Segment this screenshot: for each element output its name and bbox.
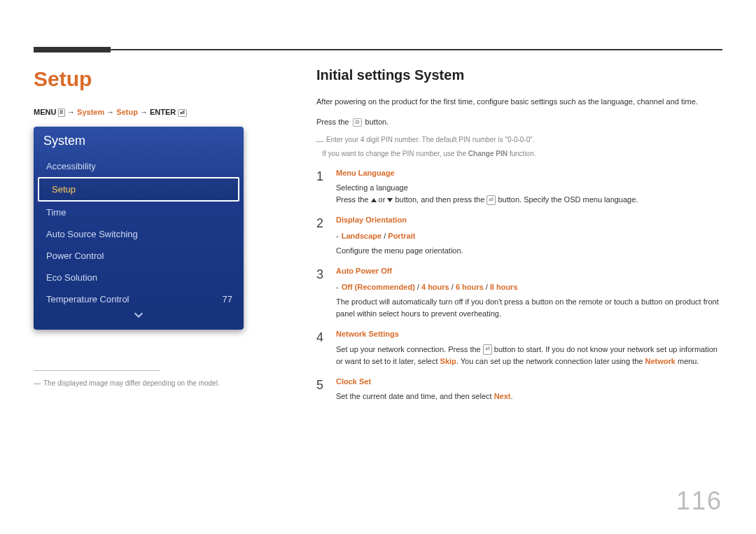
pin-note: ―Enter your 4 digit PIN number. The defa… — [316, 136, 722, 147]
menu-item-label: Temperature Control — [46, 294, 130, 304]
menu-item-temp[interactable]: Temperature Control77 — [34, 288, 244, 310]
opt: Off (Recommended) — [342, 283, 415, 291]
step-title: Clock Set — [336, 376, 722, 388]
step-body: Auto Power Off -Off (Recommended) / 4 ho… — [336, 265, 722, 320]
text: button. — [363, 118, 389, 126]
divider — [34, 370, 160, 371]
menu-item-label: Power Control — [46, 251, 104, 261]
opt: Portrait — [388, 232, 415, 240]
step-1: 1 Menu Language Selecting a language Pre… — [316, 167, 722, 206]
step-number: 2 — [316, 214, 332, 257]
menu-item-accessibility[interactable]: Accessibility — [34, 155, 244, 177]
manual-page: Setup MENU Ⅲ → System → Setup → ENTER ⏎ … — [0, 0, 756, 534]
step-title: Display Orientation — [336, 214, 722, 226]
t: or — [377, 195, 388, 204]
arrow: → — [67, 108, 77, 116]
menu-item-label: Eco Solution — [46, 272, 97, 283]
step-title: Network Settings — [336, 328, 722, 340]
opt: 4 hours — [421, 283, 449, 291]
t: button, and then press the — [393, 195, 486, 204]
footnote-text: The displayed image may differ depending… — [43, 379, 220, 387]
step-title: Auto Power Off — [336, 265, 722, 277]
menu-icon: Ⅲ — [58, 108, 65, 117]
header-rule — [34, 49, 722, 50]
footnote: ―The displayed image may differ dependin… — [34, 379, 244, 387]
menu-item-label: Time — [46, 207, 66, 218]
sep: / — [484, 283, 490, 291]
t: button. Specify the OSD menu language. — [496, 195, 638, 204]
left-column: Setup MENU Ⅲ → System → Setup → ENTER ⏎ … — [34, 67, 244, 387]
page-number: 116 — [676, 486, 722, 516]
next-label: Next — [494, 392, 511, 400]
network-label: Network — [645, 357, 676, 365]
breadcrumb-system: System — [77, 108, 104, 116]
breadcrumb-menu: MENU — [34, 108, 56, 116]
chevron-down-icon[interactable] — [34, 310, 244, 324]
enter-icon: ⏎ — [483, 344, 492, 354]
menu-item-value: 77 — [223, 294, 232, 304]
menu-item-auto-source[interactable]: Auto Source Switching — [34, 223, 244, 245]
step-5: 5 Clock Set Set the current date and tim… — [316, 376, 722, 402]
menu-item-label: Auto Source Switching — [46, 229, 138, 239]
menu-item-setup[interactable]: Setup — [38, 177, 239, 202]
text: Set up your network connection. Press th… — [336, 344, 722, 367]
pin-note-change: If you want to change the PIN number, us… — [316, 150, 722, 157]
step-3: 3 Auto Power Off -Off (Recommended) / 4 … — [316, 265, 722, 320]
sep: / — [382, 232, 388, 240]
sep: / — [449, 283, 456, 291]
steps-list: 1 Menu Language Selecting a language Pre… — [316, 167, 722, 402]
menu-item-time[interactable]: Time — [34, 202, 244, 223]
step-title: Menu Language — [336, 167, 722, 179]
opt: 6 hours — [456, 283, 484, 291]
menu-header: System — [34, 127, 244, 155]
menu-item-label: Setup — [52, 184, 76, 195]
text: If you want to change the PIN number, us… — [322, 150, 468, 157]
menu-item-label: Accessibility — [46, 161, 96, 171]
t: Set up your network connection. Press th… — [336, 345, 483, 353]
step-number: 5 — [316, 376, 332, 402]
enter-icon: ⏎ — [178, 109, 187, 117]
step-4: 4 Network Settings Set up your network c… — [316, 328, 722, 367]
text: Enter your 4 digit PIN number. The defau… — [326, 136, 535, 143]
menu-item-eco[interactable]: Eco Solution — [34, 267, 244, 288]
step-body: Network Settings Set up your network con… — [336, 328, 722, 367]
arrow: → — [138, 108, 150, 116]
intro-press: Press the ⊙ button. — [316, 116, 722, 128]
text: Set the current date and time, and then … — [336, 391, 722, 402]
options: -Off (Recommended) / 4 hours / 6 hours /… — [336, 281, 722, 293]
section-title: Setup — [34, 67, 244, 91]
change-pin-label: Change PIN — [468, 150, 507, 157]
text: The product will automatically turn off … — [336, 296, 722, 320]
step-number: 3 — [316, 265, 332, 320]
step-body: Display Orientation -Landscape / Portrai… — [336, 214, 722, 257]
t: menu. — [676, 357, 699, 365]
power-icon: ⊙ — [353, 118, 362, 127]
intro-text: After powering on the product for the fi… — [316, 96, 722, 108]
text: Configure the menu page orientation. — [336, 245, 722, 257]
menu-item-power-control[interactable]: Power Control — [34, 245, 244, 267]
t: Press the — [336, 195, 371, 204]
text: Press the or button, and then press the … — [336, 194, 722, 206]
text: function. — [507, 150, 536, 157]
t: Set the current date and time, and then … — [336, 392, 494, 400]
options: -Landscape / Portrait — [336, 230, 722, 242]
t: . You can set up the network connection … — [456, 357, 645, 365]
sep: / — [415, 283, 421, 291]
opt: 8 hours — [490, 283, 518, 291]
right-heading: Initial settings System — [316, 67, 722, 83]
text: Selecting a language — [336, 182, 722, 194]
enter-icon: ⏎ — [486, 195, 496, 205]
right-column: Initial settings System After powering o… — [316, 67, 722, 411]
system-menu-panel: System Accessibility Setup Time Auto Sou… — [34, 127, 244, 330]
step-body: Clock Set Set the current date and time,… — [336, 376, 722, 402]
step-number: 1 — [316, 167, 332, 206]
up-icon — [371, 198, 377, 202]
skip-label: Skip — [440, 357, 456, 365]
step-number: 4 — [316, 328, 332, 367]
opt: Landscape — [342, 232, 382, 240]
t: . — [510, 392, 512, 400]
arrow: → — [104, 108, 116, 116]
text: Press the — [316, 118, 351, 126]
breadcrumb-enter: ENTER — [150, 108, 176, 116]
step-2: 2 Display Orientation -Landscape / Portr… — [316, 214, 722, 257]
